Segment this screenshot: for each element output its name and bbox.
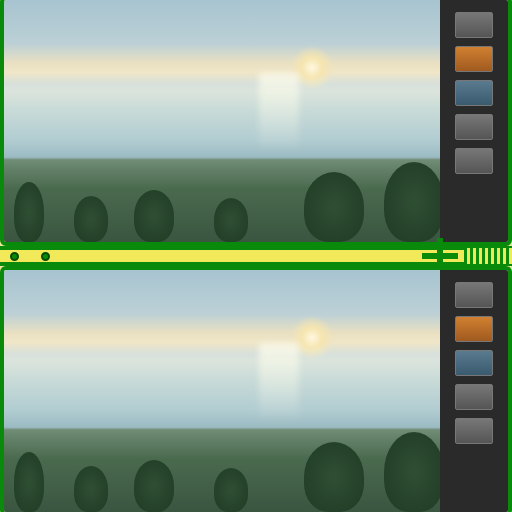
port-icon — [10, 252, 19, 261]
shrub — [214, 468, 248, 512]
shrub — [134, 190, 174, 242]
shrub — [74, 466, 108, 512]
thumbnail[interactable] — [455, 316, 493, 342]
top-frame — [0, 0, 512, 246]
thumbnail[interactable] — [455, 46, 493, 72]
bottom-frame — [0, 266, 512, 512]
thumbnail[interactable] — [455, 80, 493, 106]
thumbnail-panel-bottom — [440, 270, 508, 512]
sunset-photo-bottom — [4, 270, 444, 512]
thumbnail-panel-top — [440, 0, 508, 242]
thumbnail[interactable] — [455, 12, 493, 38]
sun-glare — [259, 343, 299, 423]
thumbnail[interactable] — [455, 350, 493, 376]
thumbnail[interactable] — [455, 148, 493, 174]
sun-glare — [259, 73, 299, 153]
sunset-photo-top — [4, 0, 444, 242]
shrub — [384, 432, 444, 512]
thumbnail[interactable] — [455, 418, 493, 444]
connector-strip — [464, 248, 512, 264]
thumbnail[interactable] — [455, 384, 493, 410]
port-icon — [41, 252, 50, 261]
thumbnail[interactable] — [455, 114, 493, 140]
shrub — [214, 198, 248, 242]
shrub — [304, 442, 364, 512]
thumbnail[interactable] — [455, 282, 493, 308]
shrub — [384, 162, 444, 242]
shrub — [14, 182, 44, 242]
shrub — [304, 172, 364, 242]
shrub — [14, 452, 44, 512]
shrub — [134, 460, 174, 512]
shrub — [74, 196, 108, 242]
